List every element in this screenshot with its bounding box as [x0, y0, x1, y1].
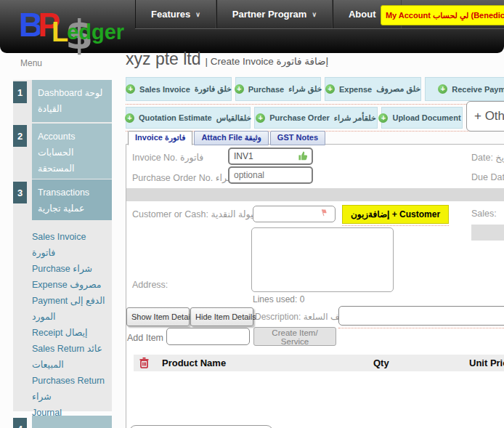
button-label: Sales Invoice — [139, 85, 190, 94]
sidebar-links: Sales Invoice فاتورة Purchase شراء Expen… — [13, 220, 112, 421]
create-quotation-estimate-button[interactable]: + Quotation Estimate خلقالقياس — [126, 107, 251, 129]
description-label: Description: وصف السلعة — [255, 312, 351, 322]
tab-gst-notes[interactable]: GST Notes — [270, 131, 325, 145]
sidebar-link-purchase[interactable]: Purchase شراء — [32, 261, 109, 277]
chevron-down-icon: ∨ — [312, 11, 317, 18]
plus-icon: + — [438, 84, 447, 94]
nav-divider — [135, 28, 504, 29]
column-header-product-name: Product Name — [162, 358, 226, 368]
address-textarea[interactable] — [251, 227, 394, 292]
section-divider-bar — [126, 188, 504, 201]
add-item-input[interactable] — [166, 328, 250, 345]
sidebar-link-payment[interactable]: Payment الدفع إلى المورد — [32, 293, 109, 325]
app-root: $BPLedger Features ∨ Partner Program ∨ A… — [0, 0, 504, 428]
button-label-ar: خلق مصروف — [376, 84, 420, 94]
create-purchase-button[interactable]: + Purchase خلق شراء — [235, 77, 321, 101]
trash-icon — [139, 358, 149, 371]
description-input[interactable] — [338, 306, 504, 326]
plus-icon: + — [256, 113, 265, 123]
add-item-label: Add Item — [127, 333, 163, 343]
sidebar-item-accounts[interactable]: Accounts الحسابات المستحقة — [32, 124, 112, 179]
nav-item-features[interactable]: Features ∨ — [135, 0, 216, 28]
sidebar-link-expense[interactable]: Expense مصروف — [32, 277, 109, 293]
button-label: Upload Document — [392, 113, 460, 122]
bpledger-logo: $BPLedger — [19, 1, 124, 56]
sidebar-badge-4: 4 — [13, 418, 27, 428]
nav-item-partner-program[interactable]: Partner Program ∨ — [216, 0, 333, 28]
lines-used-label: Lines used: 0 — [253, 294, 304, 304]
logo-text-edger: edger — [67, 20, 124, 44]
sidebar-item-transactions[interactable]: Transactions عملية تجارية — [32, 179, 112, 220]
hide-item-details-button[interactable]: Hide Item Details — [190, 307, 253, 326]
sidebar-link-purchases-return[interactable]: Purchases Return شراء — [32, 373, 109, 405]
due-date-label: Due Date: — [471, 172, 504, 182]
plus-icon: + — [235, 84, 244, 94]
plus-icon: + — [325, 84, 335, 94]
sidebar-badge-2: 2 — [13, 125, 27, 147]
tab-invoice[interactable]: Invoice فاتورة — [128, 131, 192, 145]
sidebar-item-section-4[interactable] — [32, 416, 112, 428]
dotted-line — [338, 328, 504, 328]
plus-icon: + — [378, 113, 388, 123]
add-customer-button[interactable]: إضافةزبون + Customer — [342, 205, 449, 224]
invoice-form-panel: Invoice No. فاتورة Date: تاريخ Purchase … — [126, 144, 504, 428]
button-label-ar: خلقأمر شراء — [334, 113, 376, 123]
menu-label: Menu — [20, 58, 42, 68]
upload-document-button[interactable]: + Upload Document — [381, 107, 463, 129]
flag-icon — [317, 208, 328, 221]
plus-icon: + — [126, 84, 135, 94]
nav-item-label: About — [349, 9, 376, 20]
thumbs-up-icon — [298, 150, 309, 164]
page-title: xyz pte ltd | Create Invoice إضافة فاتور… — [126, 49, 328, 69]
bottom-partial-field — [129, 425, 273, 428]
chevron-down-icon: ∨ — [195, 11, 200, 18]
action-buttons-row1: + Sales Invoice خلق فاتورة + Purchase خل… — [126, 77, 504, 101]
page-subtitle: | Create Invoice إضافة فاتورة — [206, 55, 329, 67]
address-label: Address: — [132, 280, 168, 290]
button-label: Receive Payment — [452, 85, 504, 94]
button-label-ar: خلق فاتورة — [195, 84, 232, 94]
button-label: Expense — [339, 85, 372, 94]
sales-label: Sales: — [471, 209, 497, 219]
tab-attach-file[interactable]: Attach File وثيقة — [194, 131, 268, 145]
column-header-unit-price: Unit Price — [469, 358, 504, 368]
company-name: xyz pte ltd — [126, 49, 201, 69]
top-header: $BPLedger Features ∨ Partner Program ∨ A… — [0, 0, 504, 53]
plus-icon: + — [125, 113, 134, 123]
nav-item-label: Features — [151, 9, 190, 20]
action-buttons-row2: + Quotation Estimate خلقالقياس + Purchas… — [126, 107, 463, 129]
date-label: Date: تاريخ — [471, 152, 504, 163]
invoice-tabs: Invoice فاتورة Attach File وثيقة GST Not… — [128, 131, 325, 145]
items-table-header: Product Name Qty Unit Price — [134, 355, 504, 371]
logo-letter-l: L — [52, 17, 68, 47]
sidebar-link-receipt[interactable]: Receipt إيصال — [32, 325, 109, 341]
purchase-order-no-input[interactable] — [228, 166, 313, 184]
button-label-ar: خلقالقياس — [216, 113, 251, 123]
button-label-ar: خلق شراء — [288, 84, 322, 94]
others-button[interactable]: + Others — [466, 101, 504, 132]
my-account-button[interactable]: My Account لي لحساب (Benedict Pa — [381, 5, 504, 25]
create-sales-invoice-button[interactable]: + Sales Invoice خلق فاتورة — [126, 77, 232, 101]
sidebar-link-sales-return[interactable]: Sales Return عائد المبيعات — [32, 341, 109, 373]
create-item-service-button[interactable]: Create Item/ Service — [253, 327, 336, 346]
button-label: Quotation Estimate — [139, 113, 212, 122]
sidebar-badge-1: 1 — [13, 81, 27, 103]
sidebar-link-sales-invoice[interactable]: Sales Invoice فاتورة — [32, 229, 109, 261]
button-label: Purchase — [248, 85, 285, 94]
show-item-details-button[interactable]: Show Item Details — [126, 307, 190, 326]
invoice-no-label: Invoice No. فاتورة — [132, 152, 203, 163]
receive-payment-button[interactable]: + Receive Payment — [425, 77, 504, 101]
create-purchase-order-button[interactable]: + Purchase Order خلقأمر شراء — [254, 107, 378, 129]
dotted-line — [342, 225, 449, 226]
sales-value-box — [471, 225, 504, 241]
sidebar-item-dashboard[interactable]: Dashboard لوحة القيادة — [32, 80, 112, 122]
create-expense-button[interactable]: + Expense خلق مصروف — [325, 77, 421, 101]
column-header-qty: Qty — [373, 358, 389, 368]
top-navigation: Features ∨ Partner Program ∨ About ∨ — [135, 0, 402, 28]
button-label: Purchase Order — [269, 113, 330, 122]
sidebar-badge-3: 3 — [13, 182, 27, 203]
nav-item-label: Partner Program — [232, 9, 307, 20]
